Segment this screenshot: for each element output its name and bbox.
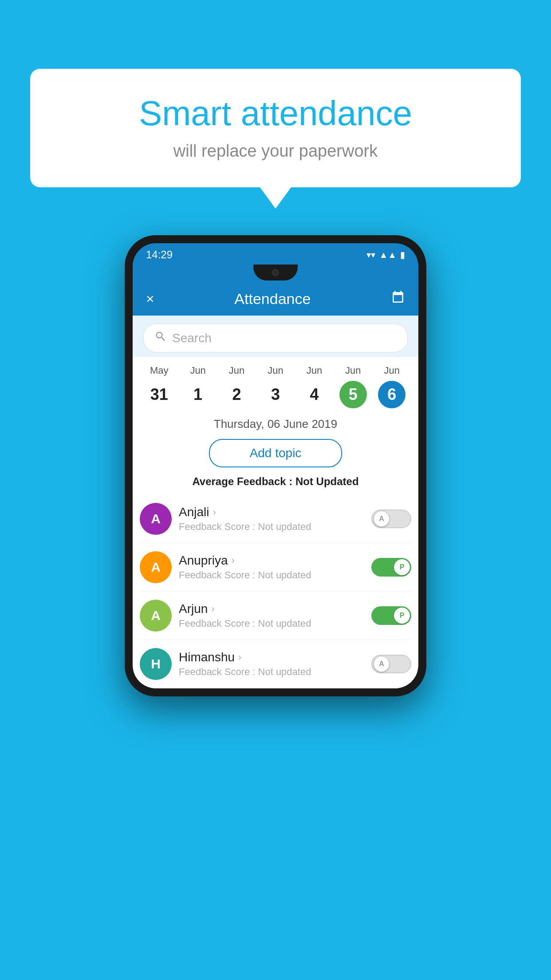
cal-date: 31 xyxy=(146,381,173,408)
cal-month: Jun xyxy=(345,365,361,376)
student-info: Anjali ›Feedback Score : Not updated xyxy=(179,505,364,533)
calendar-row: May31Jun1Jun2Jun3Jun4Jun5Jun6 xyxy=(133,357,418,411)
calendar-day[interactable]: Jun6 xyxy=(378,365,405,408)
student-avatar: A xyxy=(140,551,172,583)
status-time: 14:29 xyxy=(146,249,173,261)
notch-camera xyxy=(272,269,279,276)
calendar-day[interactable]: Jun4 xyxy=(300,365,328,408)
student-item[interactable]: AArjun ›Feedback Score : Not updatedP xyxy=(140,592,411,640)
toggle-container[interactable]: A xyxy=(371,655,411,673)
chevron-icon: › xyxy=(213,506,216,518)
student-item[interactable]: AAnupriya ›Feedback Score : Not updatedP xyxy=(140,543,411,592)
student-item[interactable]: AAnjali ›Feedback Score : Not updatedA xyxy=(140,495,411,543)
attendance-toggle[interactable]: A xyxy=(371,510,411,528)
toggle-knob: A xyxy=(374,656,390,672)
calendar-day[interactable]: May31 xyxy=(146,365,173,408)
cal-month: May xyxy=(150,365,169,376)
student-name: Anupriya › xyxy=(179,553,364,568)
calendar-day[interactable]: Jun3 xyxy=(262,365,289,408)
avg-feedback-label: Average Feedback : xyxy=(192,475,292,487)
header-title: Attendance xyxy=(234,290,311,308)
student-name: Arjun › xyxy=(179,602,364,616)
speech-bubble: Smart attendance will replace your paper… xyxy=(30,69,521,187)
toggle-container[interactable]: P xyxy=(371,606,411,625)
calendar-icon[interactable] xyxy=(391,290,405,308)
student-item[interactable]: HHimanshu ›Feedback Score : Not updatedA xyxy=(140,640,411,688)
notch xyxy=(253,265,298,281)
feedback-score: Feedback Score : Not updated xyxy=(179,521,364,533)
search-bar[interactable]: Search xyxy=(143,324,408,352)
cal-month: Jun xyxy=(384,365,399,376)
phone-screen: 14:29 ▾▾ ▲▲ ▮ × Attendance xyxy=(133,243,418,688)
student-avatar: H xyxy=(140,648,172,680)
cal-month: Jun xyxy=(190,365,205,376)
toggle-container[interactable]: P xyxy=(371,558,411,577)
calendar-day[interactable]: Jun2 xyxy=(223,365,251,408)
cal-date: 2 xyxy=(223,381,251,408)
toggle-knob: P xyxy=(394,608,410,624)
wifi-icon: ▾▾ xyxy=(366,249,375,260)
search-icon xyxy=(154,330,167,346)
status-icons: ▾▾ ▲▲ ▮ xyxy=(366,249,405,260)
cal-month: Jun xyxy=(268,365,283,376)
attendance-toggle[interactable]: P xyxy=(371,558,411,577)
speech-bubble-wrapper: Smart attendance will replace your paper… xyxy=(30,69,521,187)
attendance-toggle[interactable]: P xyxy=(371,606,411,625)
phone-frame: 14:29 ▾▾ ▲▲ ▮ × Attendance xyxy=(125,235,426,696)
search-placeholder: Search xyxy=(172,331,212,345)
search-container: Search xyxy=(133,316,418,357)
student-name: Himanshu › xyxy=(179,650,364,664)
avg-feedback: Average Feedback : Not Updated xyxy=(133,474,418,495)
status-bar: 14:29 ▾▾ ▲▲ ▮ xyxy=(133,243,418,265)
student-info: Himanshu ›Feedback Score : Not updated xyxy=(179,650,364,678)
bubble-subtitle: will replace your paperwork xyxy=(57,142,494,161)
cal-month: Jun xyxy=(307,365,322,376)
attendance-toggle[interactable]: A xyxy=(371,655,411,673)
cal-date: 6 xyxy=(378,381,405,408)
student-avatar: A xyxy=(140,503,172,535)
toggle-knob: P xyxy=(394,559,410,575)
cal-date: 3 xyxy=(262,381,289,408)
signal-icon: ▲▲ xyxy=(379,250,397,260)
cal-month: Jun xyxy=(229,365,244,376)
chevron-icon: › xyxy=(211,603,214,615)
calendar-day[interactable]: Jun5 xyxy=(339,365,367,408)
bubble-title: Smart attendance xyxy=(57,93,494,134)
student-info: Anupriya ›Feedback Score : Not updated xyxy=(179,553,364,581)
app-content: Search May31Jun1Jun2Jun3Jun4Jun5Jun6 Thu… xyxy=(133,316,418,688)
feedback-score: Feedback Score : Not updated xyxy=(179,666,364,678)
toggle-knob: A xyxy=(374,511,390,527)
chevron-icon: › xyxy=(232,555,235,566)
app-header: × Attendance xyxy=(133,282,418,316)
selected-date: Thursday, 06 June 2019 xyxy=(133,411,418,435)
add-topic-button[interactable]: Add topic xyxy=(209,439,342,467)
battery-icon: ▮ xyxy=(400,249,405,260)
avg-feedback-value: Not Updated xyxy=(295,475,359,487)
close-button[interactable]: × xyxy=(146,291,154,307)
student-name: Anjali › xyxy=(179,505,364,519)
feedback-score: Feedback Score : Not updated xyxy=(179,618,364,629)
student-info: Arjun ›Feedback Score : Not updated xyxy=(179,602,364,629)
cal-date: 4 xyxy=(300,381,328,408)
student-avatar: A xyxy=(140,600,172,632)
cal-date: 5 xyxy=(339,381,367,408)
calendar-day[interactable]: Jun1 xyxy=(184,365,212,408)
toggle-container[interactable]: A xyxy=(371,510,411,528)
feedback-score: Feedback Score : Not updated xyxy=(179,569,364,581)
cal-date: 1 xyxy=(184,381,212,408)
phone-wrapper: 14:29 ▾▾ ▲▲ ▮ × Attendance xyxy=(125,235,426,696)
chevron-icon: › xyxy=(238,652,241,663)
notch-area xyxy=(133,265,418,282)
student-list: AAnjali ›Feedback Score : Not updatedAAA… xyxy=(133,495,418,688)
